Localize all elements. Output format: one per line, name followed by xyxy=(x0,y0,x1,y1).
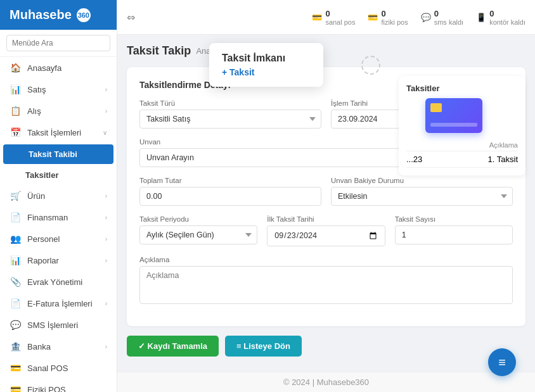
taksitler-panel: Taksitler Açıklama ...23 1. Taksit xyxy=(399,76,525,175)
tooltip-popup: Taksit İmkanı + Taksit xyxy=(209,43,323,87)
sidebar-item-taksitler[interactable]: Taksitler xyxy=(0,165,117,185)
sidebar-item-raporlar[interactable]: 📊 Raporlar › xyxy=(0,250,117,271)
ilk-taksit-input[interactable] xyxy=(267,225,385,246)
sidebar-item-personel[interactable]: 👥 Personel › xyxy=(0,228,117,250)
pos-icon: 💳 xyxy=(10,384,21,392)
footer: © 2024 | Muhasebe360 xyxy=(117,372,535,392)
sidebar-subitem-label: Taksit Takibi xyxy=(29,149,77,159)
sms-count: 0 xyxy=(434,9,463,18)
doc-icon: 📄 xyxy=(10,212,21,222)
cursor-indicator xyxy=(361,56,380,75)
sms-stat: 💬 0 sms kaldı xyxy=(421,9,463,26)
sidebar-nav: 🏠 Anasayfa 📊 Satış › 📋 Alış › 📅 Taksit İ… xyxy=(0,57,117,392)
taksit-number: ...23 xyxy=(406,155,422,164)
sidebar-item-urun[interactable]: 🛒 Ürün › xyxy=(0,185,117,206)
chevron-down-icon: ∨ xyxy=(103,129,107,136)
ilk-taksit-label: İlk Taksit Tarihi xyxy=(267,215,385,223)
sidebar-item-alis[interactable]: 📋 Alış › xyxy=(0,100,117,122)
taksit-turu-select[interactable]: Taksitli Satış xyxy=(139,110,321,129)
sidebar-item-efatura[interactable]: 📄 E-Fatura İşlemleri › xyxy=(0,293,117,314)
sidebar-subitem-label: Taksitler xyxy=(25,170,59,180)
taksit-periyodu-group: Taksit Periyodu Aylık (Seçilen Gün) xyxy=(139,215,257,246)
kontor-count: 0 xyxy=(489,9,525,18)
aciklama-group: Açıklama xyxy=(139,256,513,304)
sanal-pos-stat: 💳 0 sanal pos xyxy=(312,9,355,26)
sidebar-item-evrak[interactable]: 📎 Evrak Yönetimi xyxy=(0,271,117,293)
sidebar-logo: Muhasebe 360 xyxy=(0,0,117,30)
fab-button[interactable]: ≡ xyxy=(488,348,516,376)
taksit-turu-label: Taksit Türü xyxy=(139,99,321,107)
card-icon: 💳 xyxy=(10,363,21,373)
sidebar-item-label: Banka xyxy=(27,342,51,351)
invoice-icon: 📄 xyxy=(10,298,21,308)
chevron-right-icon: › xyxy=(105,257,107,264)
taksit-sayisi-input[interactable] xyxy=(395,225,513,244)
sidebar-item-taksit-takibi[interactable]: Taksit Takibi xyxy=(3,144,113,164)
menu-icon: ≡ xyxy=(498,355,506,370)
chevron-right-icon: › xyxy=(105,108,107,115)
pos-icon: 💳 xyxy=(368,13,378,22)
sidebar-item-satis[interactable]: 📊 Satış › xyxy=(0,79,117,100)
sidebar-item-label: Evrak Yönetimi xyxy=(27,277,82,287)
sms-icon: 💬 xyxy=(421,13,431,22)
chevron-right-icon: › xyxy=(105,300,107,307)
sidebar-item-taksit-islemleri[interactable]: 📅 Taksit İşlemleri ∨ xyxy=(0,122,117,143)
form-row-5: Açıklama xyxy=(139,256,513,304)
sidebar-item-label: Ürün xyxy=(27,191,45,201)
page-title: Taksit Takip xyxy=(127,44,191,58)
sidebar-item-label: Sanal POS xyxy=(27,364,68,373)
sidebar-item-fiziki-pos[interactable]: 💳 Fiziki POS xyxy=(0,379,117,392)
toplam-tutar-label: Toplam Tutar xyxy=(139,177,321,184)
save-button[interactable]: ✓ Kaydı Tamamla xyxy=(127,336,219,357)
sidebar-item-label: Raporlar xyxy=(27,256,59,265)
fiziki-pos-label: fiziki pos xyxy=(381,18,408,26)
sidebar-item-label: Fiziki POS xyxy=(27,385,66,393)
credit-card-visual xyxy=(425,98,482,133)
taksitler-col-header: Açıklama xyxy=(406,139,518,151)
tooltip-link[interactable]: + Taksit xyxy=(222,67,311,77)
taksit-desc: 1. Taksit xyxy=(488,155,518,164)
sidebar-item-banka[interactable]: 🏦 Banka › xyxy=(0,336,117,357)
sidebar: Muhasebe 360 🏠 Anasayfa 📊 Satış › 📋 Alış… xyxy=(0,0,117,392)
chart-icon: 📊 xyxy=(10,84,21,94)
kontor-stat: 📱 0 kontör kaldı xyxy=(476,9,525,26)
page-header: Taksit Takip Anasay... xyxy=(127,44,525,58)
collapse-button[interactable]: ⇔ xyxy=(127,11,135,23)
chevron-right-icon: › xyxy=(105,214,107,221)
sidebar-item-anasayfa[interactable]: 🏠 Anasayfa xyxy=(0,57,117,79)
fiziki-pos-stat: 💳 0 fiziki pos xyxy=(368,9,408,26)
sidebar-item-label: E-Fatura İşlemleri xyxy=(27,299,93,308)
report-icon: 📊 xyxy=(10,255,21,265)
sms-icon: 💬 xyxy=(10,320,21,330)
aciklama-textarea[interactable] xyxy=(139,266,513,304)
sidebar-item-sanal-pos[interactable]: 💳 Sanal POS xyxy=(0,357,117,379)
unvan-bakiye-label: Unvan Bakiye Durumu xyxy=(331,177,513,184)
sms-label: sms kaldı xyxy=(434,18,463,26)
sidebar-item-finansman[interactable]: 📄 Finansman › xyxy=(0,206,117,228)
sidebar-item-label: SMS İşlemleri xyxy=(27,320,78,330)
kontor-label: kontör kaldı xyxy=(489,18,525,26)
taksit-periyodu-label: Taksit Periyodu xyxy=(139,215,257,223)
chevron-right-icon: › xyxy=(105,343,107,350)
sidebar-search-input[interactable] xyxy=(6,35,110,51)
unvan-bakiye-select[interactable]: Etkilesin xyxy=(331,187,513,206)
app-badge: 360 xyxy=(77,8,91,22)
tooltip-title: Taksit İmkanı xyxy=(222,53,311,64)
paperclip-icon: 📎 xyxy=(10,277,21,287)
form-row-4: Taksit Periyodu Aylık (Seçilen Gün) İlk … xyxy=(139,215,513,246)
taksit-sayisi-group: Taksit Sayısı xyxy=(395,215,513,246)
sidebar-item-label: Personel xyxy=(27,234,60,244)
clipboard-icon: 📋 xyxy=(10,106,21,116)
list-button[interactable]: ≡ Listeye Dön xyxy=(225,336,302,357)
form-row-3: Toplam Tutar Unvan Bakiye Durumu Etkiles… xyxy=(139,177,513,206)
sanal-pos-count: 0 xyxy=(325,9,355,18)
toplam-tutar-input[interactable] xyxy=(139,187,321,206)
card-icon: 💳 xyxy=(312,13,322,22)
calendar-icon: 📅 xyxy=(10,127,21,137)
home-icon: 🏠 xyxy=(10,63,21,73)
sidebar-item-sms[interactable]: 💬 SMS İşlemleri xyxy=(0,314,117,336)
taksit-sayisi-label: Taksit Sayısı xyxy=(395,215,513,223)
unvan-bakiye-group: Unvan Bakiye Durumu Etkilesin xyxy=(331,177,513,206)
taksit-periyodu-select[interactable]: Aylık (Seçilen Gün) xyxy=(139,225,257,244)
footer-text: © 2024 | Muhasebe360 xyxy=(283,377,369,387)
